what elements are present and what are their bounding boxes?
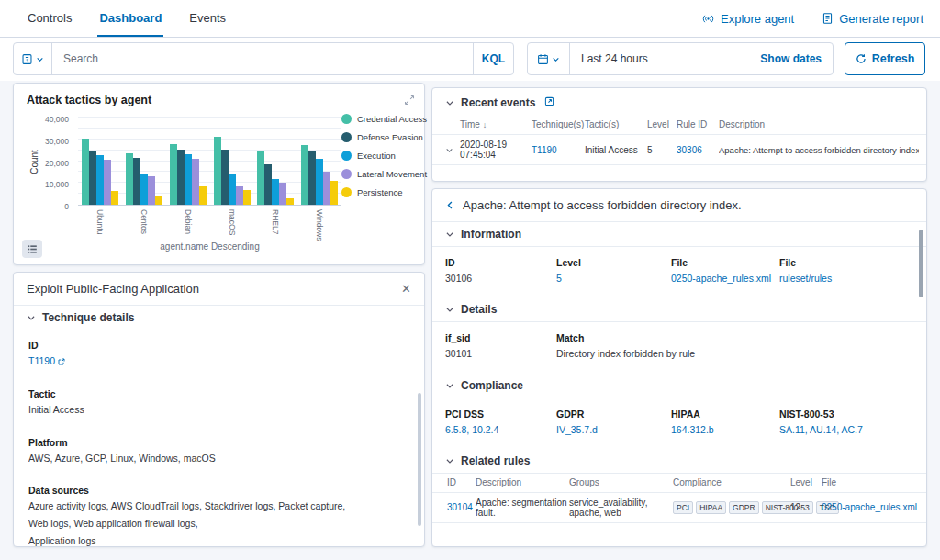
technique-id-link[interactable]: T1190 [28,355,55,366]
bar-Centos-Lateral Movement[interactable] [148,176,155,205]
legend-item-execution[interactable]: Execution [341,151,427,161]
bar-Ubuntu-Persistence[interactable] [111,191,118,205]
legend-dot [341,114,352,124]
related-rule-row[interactable]: 30104 Apache: segmentation fault. servic… [432,493,926,523]
details-section[interactable]: Details [432,297,926,322]
information-section[interactable]: Information [432,222,926,247]
show-dates-button[interactable]: Show dates [760,43,833,74]
bar-Centos-Execution[interactable] [140,174,148,205]
close-icon[interactable]: ✕ [401,283,411,295]
legend-toggle-button[interactable] [22,240,42,258]
expand-icon[interactable] [404,93,415,109]
bar-RHEL7-Lateral Movement[interactable] [279,183,286,205]
related-rule-id-link[interactable]: 30104 [447,502,476,512]
bar-RHEL7-Persistence[interactable] [286,198,294,205]
x-tick-label: macOS [228,209,237,235]
legend-label: Persistence [357,187,403,197]
rule-path-link[interactable]: ruleset/rules [779,273,832,284]
col-id[interactable]: ID [447,477,476,487]
col-compliance[interactable]: Compliance [673,477,790,487]
bar-RHEL7-Execution[interactable] [272,179,279,205]
legend-item-defense-evasion[interactable]: Defense Evasion [341,132,427,142]
bar-Windows-Credential Access[interactable] [301,145,308,205]
related-rules-section[interactable]: Related rules [432,449,926,474]
bar-Debian-Execution[interactable] [185,154,192,205]
open-in-new-icon[interactable] [544,96,554,109]
bar-macOS-Defense Evasion[interactable] [221,150,229,205]
bar-RHEL7-Credential Access[interactable] [257,151,264,205]
col-time[interactable]: Time ↓ [460,119,532,129]
col-description[interactable]: Description [719,119,919,129]
tab-dashboard[interactable]: Dashboard [97,0,163,37]
legend-item-lateral-movement[interactable]: Lateral Movement [341,169,427,179]
bar-Centos-Persistence[interactable] [155,196,162,205]
hipaa-link[interactable]: 164.312.b [671,424,714,435]
bar-Ubuntu-Defense Evasion[interactable] [89,151,96,205]
bar-Centos-Credential Access[interactable] [126,153,133,205]
col-level[interactable]: Level [790,477,822,487]
col-rule-id[interactable]: Rule ID [677,119,719,129]
bar-Windows-Persistence[interactable] [330,181,338,205]
time-range-value[interactable]: Last 24 hours [570,43,760,74]
field-label: ID [445,257,556,268]
bar-Debian-Defense Evasion[interactable] [177,150,185,205]
col-file[interactable]: File [822,477,919,487]
col-tactics[interactable]: Tactic(s) [585,119,647,129]
bar-macOS-Execution[interactable] [229,174,236,205]
col-level[interactable]: Level [647,119,677,129]
bar-Windows-Lateral Movement[interactable] [323,172,330,205]
module-tabbar: Controls Dashboard Events Explore agent … [0,0,940,38]
bar-Ubuntu-Execution[interactable] [96,155,104,205]
chevron-down-icon [445,381,454,390]
related-rule-file-link[interactable]: 0250-apache_rules.xml [822,502,919,512]
bar-Windows-Execution[interactable] [316,159,323,205]
bar-Debian-Credential Access[interactable] [170,144,177,205]
compliance-section[interactable]: Compliance [432,374,926,398]
bar-Ubuntu-Lateral Movement[interactable] [104,160,111,205]
tab-events[interactable]: Events [187,0,228,37]
event-rule-id-link[interactable]: 30306 [677,145,719,155]
bar-Windows-Defense Evasion[interactable] [308,151,316,205]
field-data-sources: Data sources Azure activity logs, AWS Cl… [28,485,409,549]
search-input[interactable] [52,43,473,74]
bar-macOS-Lateral Movement[interactable] [236,186,243,205]
nist-link[interactable]: SA.11, AU.14, AC.7 [779,424,863,435]
bar-Ubuntu-Credential Access[interactable] [82,139,89,205]
bar-RHEL7-Defense Evasion[interactable] [264,164,272,205]
bar-Debian-Persistence[interactable] [199,186,207,205]
scrollbar-thumb[interactable] [919,230,923,297]
sort-desc-icon: ↓ [483,120,487,129]
date-quick-menu-button[interactable] [528,43,570,74]
generate-report-button[interactable]: Generate report [822,12,923,26]
bar-macOS-Credential Access[interactable] [214,137,221,205]
rule-level-link[interactable]: 5 [556,273,562,284]
col-groups[interactable]: Groups [569,477,673,487]
kql-syntax-button[interactable]: KQL [473,43,513,74]
gridline [78,128,341,129]
rule-id-value: 30106 [445,271,556,286]
back-icon[interactable] [445,200,455,210]
col-techniques[interactable]: Technique(s) [532,119,585,129]
col-description[interactable]: Description [476,477,569,487]
pci-link[interactable]: 6.5.8, 10.2.4 [445,424,498,435]
scrollbar-thumb[interactable] [418,393,421,526]
event-row[interactable]: 2020-08-19 07:45:04 T1190 Initial Access… [432,135,926,165]
field-label: Platform [28,437,409,448]
bar-chart-plot [78,118,341,206]
rule-file-link[interactable]: 0250-apache_rules.xml [671,273,771,284]
legend-item-credential-access[interactable]: Credential Access [341,114,427,124]
event-technique-link[interactable]: T1190 [532,145,585,155]
bar-Debian-Lateral Movement[interactable] [192,159,199,205]
row-expand-icon[interactable] [445,146,460,154]
badge-pci: PCI [673,501,693,514]
chevron-down-icon[interactable] [445,98,454,107]
technique-details-section[interactable]: Technique details [14,306,424,330]
bar-macOS-Persistence[interactable] [243,190,251,205]
saved-query-menu-button[interactable] [14,43,52,74]
gdpr-link[interactable]: IV_35.7.d [556,424,598,435]
bar-Centos-Defense Evasion[interactable] [133,158,140,205]
explore-agent-button[interactable]: Explore agent [701,12,794,26]
refresh-button[interactable]: Refresh [845,42,925,75]
tab-controls[interactable]: Controls [26,0,73,37]
legend-item-persistence[interactable]: Persistence [341,187,427,197]
